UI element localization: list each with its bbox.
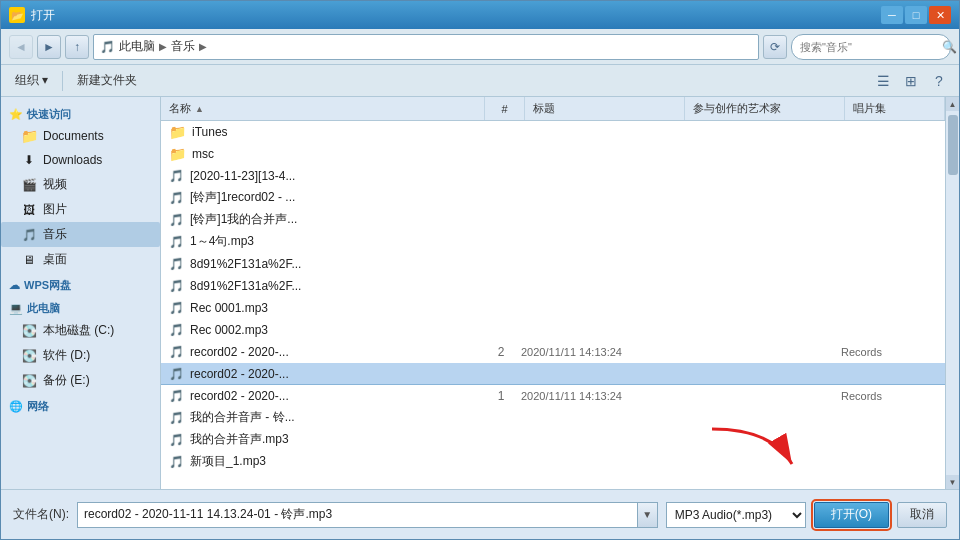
- sidebar: ⭐ 快速访问 📁 Documents ⬇ Downloads 🎬 视频 🖼 图片…: [1, 97, 161, 489]
- up-button[interactable]: ↑: [65, 35, 89, 59]
- breadcrumb-icon: 🎵: [100, 40, 115, 54]
- mp3-icon: 🎵: [169, 367, 184, 381]
- file-name: 📁 msc: [165, 146, 481, 162]
- file-num: 2: [481, 345, 521, 359]
- file-row[interactable]: 🎵 record02 - 2020-... 2 2020/11/11 14:13…: [161, 341, 945, 363]
- sidebar-item-label: Downloads: [43, 153, 102, 167]
- sidebar-item-cdrive[interactable]: 💽 本地磁盘 (C:): [1, 318, 160, 343]
- num-column-header[interactable]: #: [485, 97, 525, 120]
- title-bar-controls: ─ □ ✕: [881, 6, 951, 24]
- desktop-icon: 🖥: [21, 252, 37, 268]
- forward-button[interactable]: ►: [37, 35, 61, 59]
- mp3-icon: 🎵: [169, 411, 184, 425]
- wps-section[interactable]: ☁ WPS网盘: [1, 272, 160, 295]
- minimize-button[interactable]: ─: [881, 6, 903, 24]
- sidebar-item-ddrive[interactable]: 💽 软件 (D:): [1, 343, 160, 368]
- search-input[interactable]: [800, 41, 938, 53]
- file-row[interactable]: 🎵 Rec 0002.mp3: [161, 319, 945, 341]
- filename-input[interactable]: [77, 502, 638, 528]
- scroll-down-button[interactable]: ▼: [946, 475, 960, 489]
- close-button[interactable]: ✕: [929, 6, 951, 24]
- pc-section[interactable]: 💻 此电脑: [1, 295, 160, 318]
- view-list-button[interactable]: ☰: [871, 69, 895, 93]
- file-row[interactable]: 🎵 record02 - 2020-...: [161, 363, 945, 385]
- refresh-button[interactable]: ⟳: [763, 35, 787, 59]
- scroll-thumb[interactable]: [948, 115, 958, 175]
- file-name-text: record02 - 2020-...: [190, 367, 289, 381]
- file-name-text: record02 - 2020-...: [190, 389, 289, 403]
- file-row[interactable]: 🎵 [铃声]1record02 - ...: [161, 187, 945, 209]
- file-name-text: 8d91%2F131a%2F...: [190, 257, 301, 271]
- file-row[interactable]: 🎵 1～4句.mp3: [161, 231, 945, 253]
- sidebar-item-desktop[interactable]: 🖥 桌面: [1, 247, 160, 272]
- search-bar: 🔍: [791, 34, 951, 60]
- main-content: ⭐ 快速访问 📁 Documents ⬇ Downloads 🎬 视频 🖼 图片…: [1, 97, 959, 489]
- mp3-icon: 🎵: [169, 213, 184, 227]
- name-col-label: 名称: [169, 101, 191, 116]
- title-column-header[interactable]: 标题: [525, 97, 685, 120]
- filename-input-wrap: ▼: [77, 502, 658, 528]
- network-icon: 🌐: [9, 400, 23, 413]
- album-column-header[interactable]: 唱片集: [845, 97, 945, 120]
- name-column-header[interactable]: 名称 ▲: [161, 97, 485, 120]
- file-name: 🎵 [2020-11-23][13-4...: [165, 169, 481, 183]
- sidebar-item-music[interactable]: 🎵 音乐: [1, 222, 160, 247]
- video-icon: 🎬: [21, 177, 37, 193]
- filetype-select[interactable]: MP3 Audio(*.mp3): [666, 502, 806, 528]
- network-section[interactable]: 🌐 网络: [1, 393, 160, 416]
- breadcrumb[interactable]: 🎵 此电脑 ▶ 音乐 ▶: [93, 34, 759, 60]
- filename-dropdown-button[interactable]: ▼: [638, 502, 658, 528]
- file-row[interactable]: 🎵 record02 - 2020-... 1 2020/11/11 14:13…: [161, 385, 945, 407]
- sidebar-item-edrive[interactable]: 💽 备份 (E:): [1, 368, 160, 393]
- file-list[interactable]: 📁 iTunes 📁 msc 🎵 [2020-11-23][13-4...: [161, 121, 945, 489]
- maximize-button[interactable]: □: [905, 6, 927, 24]
- right-scrollbar[interactable]: ▲ ▼: [945, 97, 959, 489]
- file-row[interactable]: 🎵 新项目_1.mp3: [161, 451, 945, 473]
- open-button[interactable]: 打开(O): [814, 502, 889, 528]
- breadcrumb-pc: 此电脑: [119, 38, 155, 55]
- file-name: 🎵 8d91%2F131a%2F...: [165, 257, 481, 271]
- artist-column-header[interactable]: 参与创作的艺术家: [685, 97, 845, 120]
- wps-label: WPS网盘: [24, 278, 71, 293]
- filetype-select-wrap: MP3 Audio(*.mp3): [666, 502, 806, 528]
- file-row[interactable]: 🎵 [2020-11-23][13-4...: [161, 165, 945, 187]
- sidebar-item-video[interactable]: 🎬 视频: [1, 172, 160, 197]
- search-icon: 🔍: [942, 40, 957, 54]
- file-row[interactable]: 🎵 我的合并音声 - 铃...: [161, 407, 945, 429]
- file-name: 📁 iTunes: [165, 124, 481, 140]
- scroll-track: [946, 111, 959, 475]
- scroll-up-button[interactable]: ▲: [946, 97, 960, 111]
- file-row[interactable]: 🎵 [铃声]1我的合并声...: [161, 209, 945, 231]
- file-name-text: [铃声]1我的合并声...: [190, 211, 297, 228]
- quick-access-icon: ⭐: [9, 108, 23, 121]
- sidebar-item-documents[interactable]: 📁 Documents: [1, 124, 160, 148]
- file-row[interactable]: 🎵 Rec 0001.mp3: [161, 297, 945, 319]
- cancel-button[interactable]: 取消: [897, 502, 947, 528]
- organize-button[interactable]: 组织 ▾: [9, 70, 54, 91]
- new-folder-button[interactable]: 新建文件夹: [71, 70, 143, 91]
- back-button[interactable]: ◄: [9, 35, 33, 59]
- mp3-icon: 🎵: [169, 433, 184, 447]
- mp3-icon: 🎵: [169, 279, 184, 293]
- quick-access-section[interactable]: ⭐ 快速访问: [1, 101, 160, 124]
- music-icon: 🎵: [21, 227, 37, 243]
- breadcrumb-music: 音乐: [171, 38, 195, 55]
- file-row[interactable]: 📁 iTunes: [161, 121, 945, 143]
- file-row[interactable]: 📁 msc: [161, 143, 945, 165]
- mp3-icon: 🎵: [169, 323, 184, 337]
- file-row[interactable]: 🎵 8d91%2F131a%2F...: [161, 253, 945, 275]
- file-name: 🎵 1～4句.mp3: [165, 233, 481, 250]
- file-name: 🎵 我的合并音声.mp3: [165, 431, 481, 448]
- help-button[interactable]: ?: [927, 69, 951, 93]
- file-row[interactable]: 🎵 8d91%2F131a%2F...: [161, 275, 945, 297]
- cdrive-icon: 💽: [21, 323, 37, 339]
- mp3-icon: 🎵: [169, 191, 184, 205]
- mp3-icon: 🎵: [169, 455, 184, 469]
- view-icons-button[interactable]: ⊞: [899, 69, 923, 93]
- sidebar-item-label: 软件 (D:): [43, 347, 90, 364]
- sidebar-item-pictures[interactable]: 🖼 图片: [1, 197, 160, 222]
- file-name-text: record02 - 2020-...: [190, 345, 289, 359]
- sidebar-item-downloads[interactable]: ⬇ Downloads: [1, 148, 160, 172]
- pictures-icon: 🖼: [21, 202, 37, 218]
- file-row[interactable]: 🎵 我的合并音声.mp3: [161, 429, 945, 451]
